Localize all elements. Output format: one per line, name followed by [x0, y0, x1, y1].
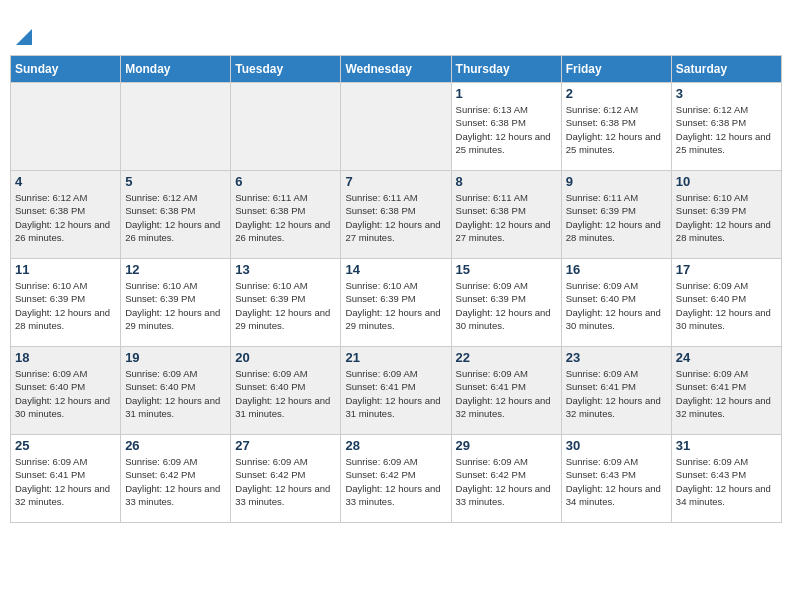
day-info: Sunrise: 6:09 AMSunset: 6:40 PMDaylight:… [566, 279, 667, 332]
day-info: Sunrise: 6:09 AMSunset: 6:43 PMDaylight:… [676, 455, 777, 508]
day-number: 16 [566, 262, 667, 277]
day-number: 2 [566, 86, 667, 101]
day-info: Sunrise: 6:09 AMSunset: 6:39 PMDaylight:… [456, 279, 557, 332]
svg-marker-0 [16, 29, 32, 45]
calendar-cell: 23Sunrise: 6:09 AMSunset: 6:41 PMDayligh… [561, 347, 671, 435]
day-number: 11 [15, 262, 116, 277]
calendar-cell: 18Sunrise: 6:09 AMSunset: 6:40 PMDayligh… [11, 347, 121, 435]
day-number: 28 [345, 438, 446, 453]
calendar-cell: 24Sunrise: 6:09 AMSunset: 6:41 PMDayligh… [671, 347, 781, 435]
day-info: Sunrise: 6:09 AMSunset: 6:40 PMDaylight:… [676, 279, 777, 332]
header-row: SundayMondayTuesdayWednesdayThursdayFrid… [11, 56, 782, 83]
day-number: 31 [676, 438, 777, 453]
day-info: Sunrise: 6:09 AMSunset: 6:41 PMDaylight:… [345, 367, 446, 420]
day-number: 21 [345, 350, 446, 365]
week-row-4: 18Sunrise: 6:09 AMSunset: 6:40 PMDayligh… [11, 347, 782, 435]
day-number: 29 [456, 438, 557, 453]
calendar-cell: 12Sunrise: 6:10 AMSunset: 6:39 PMDayligh… [121, 259, 231, 347]
day-info: Sunrise: 6:11 AMSunset: 6:38 PMDaylight:… [235, 191, 336, 244]
day-info: Sunrise: 6:11 AMSunset: 6:38 PMDaylight:… [345, 191, 446, 244]
header-tuesday: Tuesday [231, 56, 341, 83]
day-info: Sunrise: 6:10 AMSunset: 6:39 PMDaylight:… [345, 279, 446, 332]
day-info: Sunrise: 6:09 AMSunset: 6:42 PMDaylight:… [125, 455, 226, 508]
day-number: 6 [235, 174, 336, 189]
calendar-cell: 6Sunrise: 6:11 AMSunset: 6:38 PMDaylight… [231, 171, 341, 259]
day-info: Sunrise: 6:12 AMSunset: 6:38 PMDaylight:… [566, 103, 667, 156]
calendar-cell: 26Sunrise: 6:09 AMSunset: 6:42 PMDayligh… [121, 435, 231, 523]
calendar-cell [121, 83, 231, 171]
day-number: 7 [345, 174, 446, 189]
day-number: 25 [15, 438, 116, 453]
calendar-cell [231, 83, 341, 171]
day-info: Sunrise: 6:12 AMSunset: 6:38 PMDaylight:… [125, 191, 226, 244]
day-info: Sunrise: 6:10 AMSunset: 6:39 PMDaylight:… [15, 279, 116, 332]
calendar-cell [11, 83, 121, 171]
day-info: Sunrise: 6:11 AMSunset: 6:38 PMDaylight:… [456, 191, 557, 244]
day-number: 13 [235, 262, 336, 277]
calendar-cell: 7Sunrise: 6:11 AMSunset: 6:38 PMDaylight… [341, 171, 451, 259]
day-number: 23 [566, 350, 667, 365]
day-number: 24 [676, 350, 777, 365]
week-row-3: 11Sunrise: 6:10 AMSunset: 6:39 PMDayligh… [11, 259, 782, 347]
week-row-1: 1Sunrise: 6:13 AMSunset: 6:38 PMDaylight… [11, 83, 782, 171]
day-info: Sunrise: 6:13 AMSunset: 6:38 PMDaylight:… [456, 103, 557, 156]
calendar-body: 1Sunrise: 6:13 AMSunset: 6:38 PMDaylight… [11, 83, 782, 523]
day-number: 15 [456, 262, 557, 277]
day-info: Sunrise: 6:12 AMSunset: 6:38 PMDaylight:… [15, 191, 116, 244]
calendar-cell: 19Sunrise: 6:09 AMSunset: 6:40 PMDayligh… [121, 347, 231, 435]
day-info: Sunrise: 6:09 AMSunset: 6:43 PMDaylight:… [566, 455, 667, 508]
day-number: 30 [566, 438, 667, 453]
calendar-header: SundayMondayTuesdayWednesdayThursdayFrid… [11, 56, 782, 83]
logo [14, 10, 32, 49]
calendar-cell: 27Sunrise: 6:09 AMSunset: 6:42 PMDayligh… [231, 435, 341, 523]
day-number: 9 [566, 174, 667, 189]
day-info: Sunrise: 6:09 AMSunset: 6:42 PMDaylight:… [235, 455, 336, 508]
calendar-cell: 25Sunrise: 6:09 AMSunset: 6:41 PMDayligh… [11, 435, 121, 523]
day-number: 17 [676, 262, 777, 277]
calendar-cell: 20Sunrise: 6:09 AMSunset: 6:40 PMDayligh… [231, 347, 341, 435]
calendar-cell: 2Sunrise: 6:12 AMSunset: 6:38 PMDaylight… [561, 83, 671, 171]
day-info: Sunrise: 6:12 AMSunset: 6:38 PMDaylight:… [676, 103, 777, 156]
day-info: Sunrise: 6:09 AMSunset: 6:41 PMDaylight:… [676, 367, 777, 420]
calendar-cell: 30Sunrise: 6:09 AMSunset: 6:43 PMDayligh… [561, 435, 671, 523]
calendar-cell [341, 83, 451, 171]
header-wednesday: Wednesday [341, 56, 451, 83]
day-number: 3 [676, 86, 777, 101]
day-info: Sunrise: 6:11 AMSunset: 6:39 PMDaylight:… [566, 191, 667, 244]
day-info: Sunrise: 6:09 AMSunset: 6:42 PMDaylight:… [345, 455, 446, 508]
calendar-cell: 8Sunrise: 6:11 AMSunset: 6:38 PMDaylight… [451, 171, 561, 259]
calendar-cell: 4Sunrise: 6:12 AMSunset: 6:38 PMDaylight… [11, 171, 121, 259]
calendar-cell: 14Sunrise: 6:10 AMSunset: 6:39 PMDayligh… [341, 259, 451, 347]
day-number: 8 [456, 174, 557, 189]
logo-icon [16, 29, 32, 45]
day-info: Sunrise: 6:09 AMSunset: 6:41 PMDaylight:… [566, 367, 667, 420]
calendar-cell: 13Sunrise: 6:10 AMSunset: 6:39 PMDayligh… [231, 259, 341, 347]
day-number: 4 [15, 174, 116, 189]
header-saturday: Saturday [671, 56, 781, 83]
day-number: 5 [125, 174, 226, 189]
day-number: 14 [345, 262, 446, 277]
day-number: 22 [456, 350, 557, 365]
calendar-cell: 5Sunrise: 6:12 AMSunset: 6:38 PMDaylight… [121, 171, 231, 259]
calendar-cell: 9Sunrise: 6:11 AMSunset: 6:39 PMDaylight… [561, 171, 671, 259]
day-info: Sunrise: 6:10 AMSunset: 6:39 PMDaylight:… [676, 191, 777, 244]
calendar-cell: 3Sunrise: 6:12 AMSunset: 6:38 PMDaylight… [671, 83, 781, 171]
calendar-cell: 15Sunrise: 6:09 AMSunset: 6:39 PMDayligh… [451, 259, 561, 347]
day-number: 19 [125, 350, 226, 365]
calendar-cell: 17Sunrise: 6:09 AMSunset: 6:40 PMDayligh… [671, 259, 781, 347]
day-info: Sunrise: 6:09 AMSunset: 6:42 PMDaylight:… [456, 455, 557, 508]
day-info: Sunrise: 6:10 AMSunset: 6:39 PMDaylight:… [235, 279, 336, 332]
day-number: 1 [456, 86, 557, 101]
week-row-2: 4Sunrise: 6:12 AMSunset: 6:38 PMDaylight… [11, 171, 782, 259]
day-info: Sunrise: 6:09 AMSunset: 6:40 PMDaylight:… [15, 367, 116, 420]
day-number: 18 [15, 350, 116, 365]
calendar-cell: 31Sunrise: 6:09 AMSunset: 6:43 PMDayligh… [671, 435, 781, 523]
day-info: Sunrise: 6:10 AMSunset: 6:39 PMDaylight:… [125, 279, 226, 332]
logo-text [14, 10, 32, 49]
day-info: Sunrise: 6:09 AMSunset: 6:41 PMDaylight:… [15, 455, 116, 508]
calendar-cell: 11Sunrise: 6:10 AMSunset: 6:39 PMDayligh… [11, 259, 121, 347]
day-number: 12 [125, 262, 226, 277]
calendar-cell: 10Sunrise: 6:10 AMSunset: 6:39 PMDayligh… [671, 171, 781, 259]
calendar-cell: 1Sunrise: 6:13 AMSunset: 6:38 PMDaylight… [451, 83, 561, 171]
calendar-cell: 28Sunrise: 6:09 AMSunset: 6:42 PMDayligh… [341, 435, 451, 523]
